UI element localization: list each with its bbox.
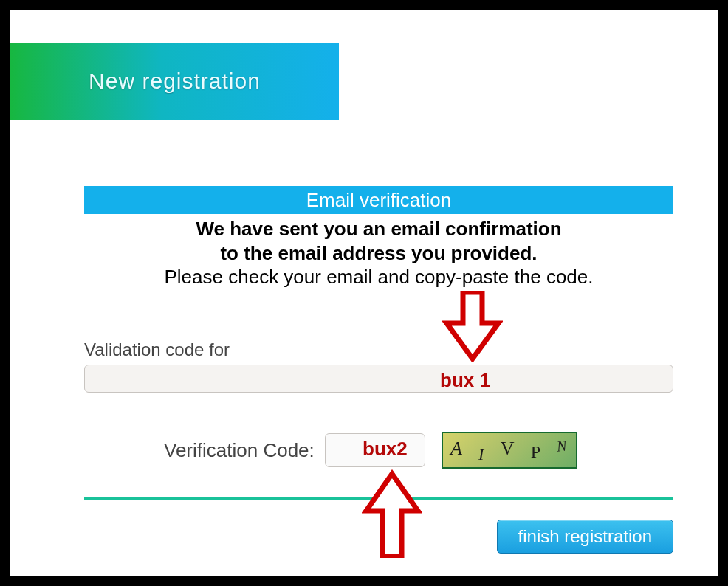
validation-code-input[interactable] (84, 365, 673, 393)
page-title: New registration (89, 69, 261, 94)
instruction-line-3: Please check your email and copy-paste t… (84, 265, 673, 289)
captcha-char: A (450, 438, 464, 460)
captcha-char: I (478, 445, 485, 464)
captcha-image: A I V P N (442, 432, 577, 469)
captcha-char: V (501, 438, 516, 460)
instruction-line-1: We have sent you an email confirmation (84, 217, 673, 241)
instruction-line-2: to the email address you provided. (84, 241, 673, 266)
captcha-char: N (556, 437, 569, 455)
finish-registration-button[interactable]: finish registration (497, 520, 673, 554)
arrow-up-icon (362, 469, 422, 558)
section-title: Email verification (306, 189, 452, 212)
verification-code-input[interactable] (325, 433, 425, 467)
divider (84, 497, 673, 500)
validation-code-label: Validation code for (84, 339, 230, 360)
section-header: Email verification (84, 186, 673, 214)
window-frame: New registration Email verification We h… (0, 0, 728, 586)
arrow-down-icon (442, 291, 503, 362)
captcha-char: P (531, 442, 542, 462)
instruction-text: We have sent you an email confirmation t… (84, 217, 673, 289)
page-title-banner: New registration (10, 43, 339, 120)
verification-code-label: Verification Code: (164, 439, 315, 462)
verification-row: Verification Code: A I V P N (164, 431, 673, 469)
